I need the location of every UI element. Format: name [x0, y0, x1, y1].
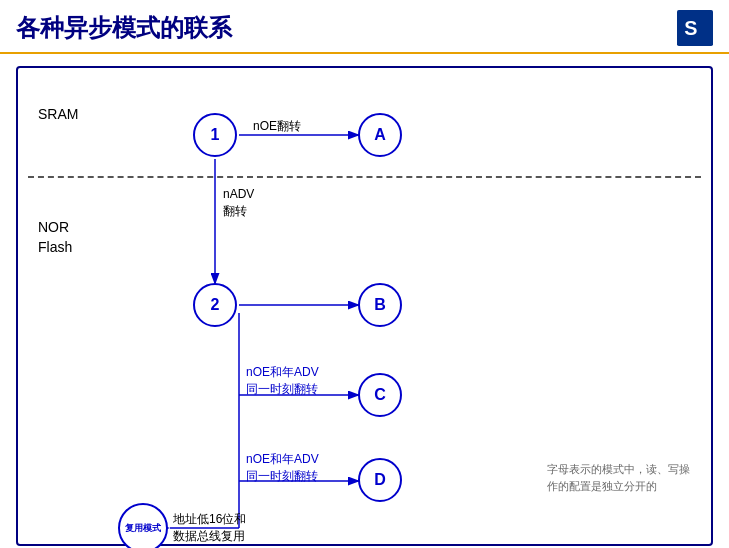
divider-line — [28, 176, 701, 178]
nor-flash-label: NOR Flash — [38, 218, 72, 257]
page: 各种异步模式的联系 S SRAM NOR Flash — [0, 0, 729, 548]
header: 各种异步模式的联系 S — [0, 0, 729, 54]
diagram-container: SRAM NOR Flash — [16, 66, 713, 546]
label-noe-adv-flip-1: nOE和年ADV 同一时刻翻转 — [246, 364, 319, 398]
node-1: 1 — [193, 113, 237, 157]
label-noe-adv-flip-2: nOE和年ADV 同一时刻翻转 — [246, 451, 319, 485]
label-reuse: 地址低16位和 数据总线复用 — [173, 511, 246, 545]
node-D: D — [358, 458, 402, 502]
svg-text:S: S — [684, 17, 697, 39]
node-C: C — [358, 373, 402, 417]
st-logo-icon: S — [677, 10, 713, 46]
node-B: B — [358, 283, 402, 327]
node-reuse: 复用模式 — [118, 503, 168, 548]
node-2: 2 — [193, 283, 237, 327]
node-A: A — [358, 113, 402, 157]
page-title: 各种异步模式的联系 — [16, 12, 232, 44]
label-nadv-flip: nADV 翻转 — [223, 186, 254, 220]
sram-label: SRAM — [38, 106, 78, 122]
label-noe-flip: nOE翻转 — [253, 118, 301, 135]
note-text: 字母表示的模式中，读、写操作的配置是独立分开的 — [547, 461, 697, 494]
